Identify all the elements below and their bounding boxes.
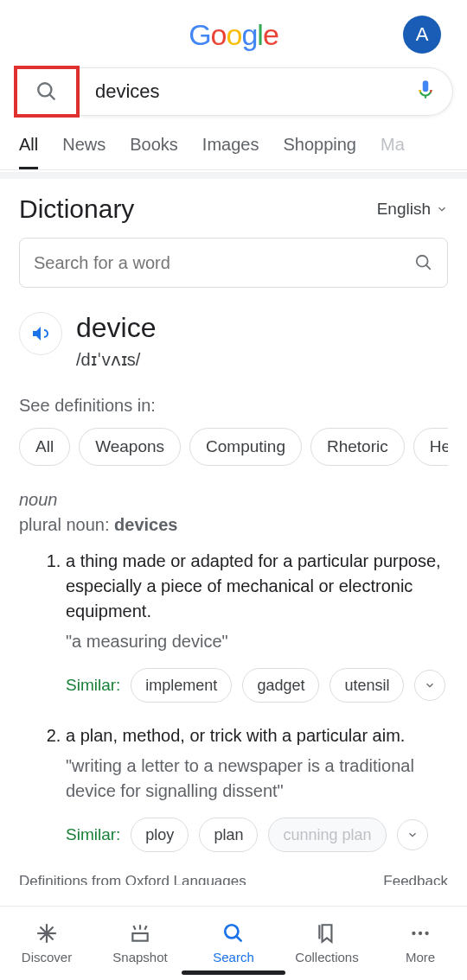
discover-icon	[35, 922, 58, 945]
svg-point-17	[425, 932, 428, 935]
similar-label: Similar:	[66, 823, 120, 847]
header: Google A	[0, 0, 467, 54]
divider	[0, 172, 467, 179]
chevron-down-icon	[424, 679, 436, 691]
source-text[interactable]: Definitions from Oxford Languages	[19, 873, 246, 885]
tab-all[interactable]: All	[19, 135, 38, 169]
word-entry: device /dɪˈvʌɪs/	[19, 312, 448, 370]
search-input[interactable]	[95, 80, 414, 103]
account-avatar[interactable]: A	[403, 16, 441, 54]
tab-books[interactable]: Books	[130, 135, 178, 169]
svg-point-15	[412, 932, 415, 935]
nav-label: Collections	[295, 950, 358, 964]
svg-line-11	[144, 926, 146, 929]
similar-chip[interactable]: utensil	[329, 668, 404, 703]
see-definitions-label: See definitions in:	[19, 396, 448, 416]
similar-chip[interactable]: cunning plan	[268, 818, 386, 852]
nav-label: Snapshot	[112, 950, 167, 964]
tab-more-cut[interactable]: Ma	[381, 135, 405, 169]
search-icon[interactable]	[414, 253, 433, 272]
svg-point-16	[419, 932, 422, 935]
similar-chip[interactable]: gadget	[242, 668, 319, 703]
pronunciation: /dɪˈvʌɪs/	[76, 349, 157, 370]
language-selector[interactable]: English	[377, 200, 448, 219]
expand-similar-button[interactable]	[414, 670, 445, 701]
pronounce-button[interactable]	[19, 312, 62, 355]
chip-heraldry[interactable]: Heraldry	[413, 428, 448, 466]
definition-category-chips: All Weapons Computing Rhetoric Heraldry	[19, 428, 448, 466]
similar-chip[interactable]: plan	[199, 818, 258, 852]
google-logo[interactable]: Google	[189, 18, 278, 52]
bottom-nav: Discover Snapshot Search Collections Mor…	[0, 906, 467, 980]
headword: device	[76, 312, 157, 344]
more-icon	[409, 922, 432, 945]
expand-similar-button[interactable]	[397, 819, 428, 850]
tab-news[interactable]: News	[62, 135, 106, 169]
similar-row: Similar: ploy plan cunning plan	[66, 818, 448, 852]
nav-collections[interactable]: Collections	[280, 907, 374, 980]
search-bar-container	[0, 54, 467, 126]
svg-line-1	[49, 94, 54, 99]
plural-line: plural noun: devices	[19, 515, 448, 535]
similar-chip[interactable]: ploy	[131, 818, 189, 852]
snapshot-icon	[129, 922, 151, 945]
definition-example: "a measuring device"	[66, 629, 448, 654]
nav-more[interactable]: More	[374, 907, 467, 980]
svg-rect-8	[132, 933, 147, 941]
dictionary-title: Dictionary	[19, 194, 134, 224]
definition-2: a plan, method, or trick with a particul…	[66, 723, 448, 852]
chevron-down-icon	[436, 203, 448, 215]
similar-chip[interactable]: implement	[131, 668, 232, 703]
chip-all[interactable]: All	[19, 428, 70, 466]
part-of-speech: noun	[19, 490, 448, 510]
source-line: Definitions from Oxford Languages Feedba…	[19, 873, 448, 885]
voice-search-icon[interactable]	[414, 79, 437, 105]
nav-snapshot[interactable]: Snapshot	[93, 907, 187, 980]
search-tabs: All News Books Images Shopping Ma	[0, 126, 467, 170]
similar-label: Similar:	[66, 673, 120, 697]
svg-line-9	[133, 926, 135, 929]
language-label: English	[377, 200, 431, 219]
search-icon-highlight-box	[14, 66, 80, 118]
home-indicator	[182, 970, 285, 975]
definition-1: a thing made or adapted for a particular…	[66, 549, 448, 703]
definitions-list: a thing made or adapted for a particular…	[19, 549, 448, 852]
search-bar[interactable]	[80, 67, 453, 116]
nav-label: Search	[213, 950, 254, 964]
nav-search[interactable]: Search	[187, 907, 280, 980]
chip-computing[interactable]: Computing	[189, 428, 302, 466]
chip-rhetoric[interactable]: Rhetoric	[310, 428, 405, 466]
search-icon	[222, 922, 245, 945]
definition-text: a thing made or adapted for a particular…	[66, 549, 448, 624]
chevron-down-icon	[406, 829, 419, 841]
nav-label: Discover	[22, 950, 72, 964]
tab-shopping[interactable]: Shopping	[283, 135, 356, 169]
dictionary-card: Dictionary English device /dɪˈvʌɪs/ See …	[0, 179, 467, 885]
svg-line-13	[236, 936, 240, 940]
similar-row: Similar: implement gadget utensil	[66, 668, 448, 703]
definition-example: "writing a letter to a newspaper is a tr…	[66, 754, 448, 804]
word-search-box[interactable]	[19, 238, 448, 288]
nav-label: More	[406, 950, 435, 964]
search-icon[interactable]	[35, 80, 58, 103]
chip-weapons[interactable]: Weapons	[79, 428, 181, 466]
nav-discover[interactable]: Discover	[0, 907, 93, 980]
word-search-input[interactable]	[34, 253, 414, 273]
collections-icon	[316, 922, 338, 945]
definition-text: a plan, method, or trick with a particul…	[66, 723, 448, 748]
feedback-link[interactable]: Feedback	[383, 873, 448, 885]
speaker-icon	[30, 323, 51, 344]
svg-line-3	[426, 265, 431, 270]
tab-images[interactable]: Images	[202, 135, 259, 169]
